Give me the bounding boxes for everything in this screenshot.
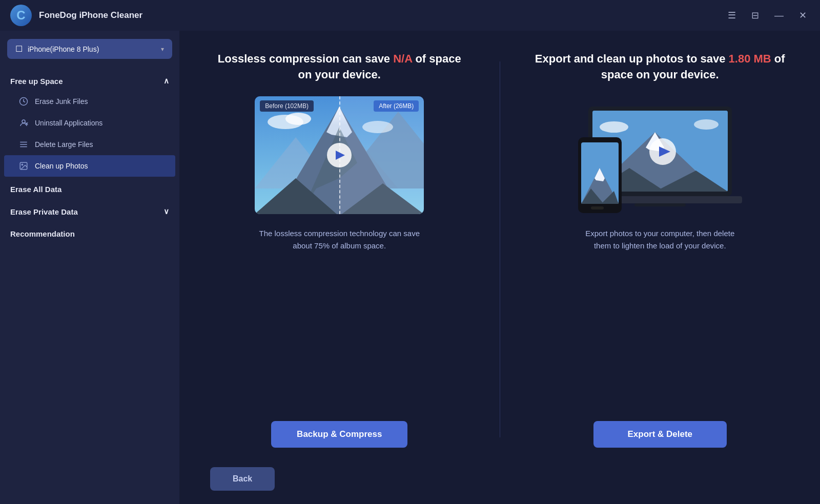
section-erase-all-data[interactable]: Erase All Data (0, 177, 179, 199)
chevron-up-icon: ∧ (163, 76, 169, 86)
phone-icon: ☐ (15, 44, 23, 54)
compress-card-heading: Lossless compression can save N/A of spa… (210, 51, 469, 83)
menu-button[interactable]: ☰ (725, 9, 739, 22)
content-inner: Lossless compression can save N/A of spa… (179, 31, 820, 458)
section-label-recommendation: Recommendation (10, 229, 75, 238)
section-free-up-space: Free up Space ∧ Erase Junk Files Uninsta… (0, 69, 179, 177)
app-logo: C (10, 5, 32, 26)
sidebar: ☐ iPhone(iPhone 8 Plus) ▾ Free up Space … (0, 31, 179, 504)
image-icon (18, 161, 29, 171)
window-controls: ☰ ⊟ — ✕ (725, 9, 810, 22)
sidebar-item-uninstall-apps[interactable]: Uninstall Applications (4, 112, 175, 134)
svg-rect-32 (634, 203, 686, 206)
svg-point-29 (600, 121, 628, 133)
device-selector[interactable]: ☐ iPhone(iPhone 8 Plus) ▾ (7, 39, 172, 59)
svg-rect-39 (591, 206, 604, 209)
backup-compress-button[interactable]: Backup & Compress (271, 421, 407, 448)
compress-preview: Before (102MB) After (26MB) (255, 96, 424, 214)
main-layout: ☐ iPhone(iPhone 8 Plus) ▾ Free up Space … (0, 31, 820, 504)
svg-point-1 (22, 120, 25, 123)
sidebar-item-label-clean-photos: Clean up Photos (35, 162, 88, 170)
bottom-bar: Back (179, 458, 820, 504)
device-image-container (563, 96, 757, 214)
section-header-free-up-space[interactable]: Free up Space ∧ (0, 69, 179, 91)
export-delete-button[interactable]: Export & Delete (593, 421, 727, 448)
svg-point-30 (694, 119, 719, 130)
sidebar-item-label-uninstall-apps: Uninstall Applications (35, 119, 102, 127)
chevron-down-icon: ▾ (161, 46, 164, 53)
app-title: FoneDog iPhone Cleaner (39, 10, 725, 20)
section-label-erase-all-data: Erase All Data (10, 185, 61, 194)
section-label-erase-private-data: Erase Private Data (10, 207, 78, 216)
play-button-left[interactable] (327, 143, 352, 167)
chat-button[interactable]: ⊟ (748, 9, 762, 22)
after-label: After (26MB) (374, 100, 419, 112)
user-x-icon (18, 118, 29, 128)
titlebar: C FoneDog iPhone Cleaner ☰ ⊟ — ✕ (0, 0, 820, 31)
compress-card: Lossless compression can save N/A of spa… (210, 51, 469, 448)
sidebar-item-erase-junk[interactable]: Erase Junk Files (4, 91, 175, 112)
sidebar-item-clean-photos[interactable]: Clean up Photos (4, 155, 175, 177)
sidebar-item-label-delete-large: Delete Large Files (35, 140, 93, 149)
sidebar-item-label-erase-junk: Erase Junk Files (35, 97, 88, 106)
compress-heading-prefix: Lossless compression can save (218, 52, 393, 65)
compress-heading-highlight: N/A (393, 52, 412, 65)
before-label: Before (102MB) (260, 100, 314, 112)
section-recommendation[interactable]: Recommendation (0, 221, 179, 243)
export-card-desc: Export photos to your computer, then del… (578, 227, 742, 252)
svg-point-19 (285, 113, 311, 125)
chevron-down-icon-private: ∨ (163, 207, 169, 216)
section-erase-private-data[interactable]: Erase Private Data ∨ (0, 199, 179, 221)
section-label-free-up-space: Free up Space (10, 77, 63, 86)
svg-point-8 (22, 164, 23, 165)
sidebar-item-delete-large[interactable]: Delete Large Files (4, 134, 175, 155)
close-button[interactable]: ✕ (796, 9, 810, 22)
export-heading-highlight: 1.80 MB (729, 52, 771, 65)
export-card: Export and clean up photos to save 1.80 … (531, 51, 790, 448)
export-card-heading: Export and clean up photos to save 1.80 … (531, 51, 790, 83)
export-heading-prefix: Export and clean up photos to save (535, 52, 729, 65)
card-divider (500, 61, 500, 437)
device-name: iPhone(iPhone 8 Plus) (28, 45, 161, 53)
content-area: Lossless compression can save N/A of spa… (179, 31, 820, 504)
minimize-button[interactable]: — (771, 9, 787, 22)
list-icon (18, 139, 29, 150)
back-button[interactable]: Back (210, 467, 275, 491)
clock-icon (18, 96, 29, 107)
compress-card-desc: The lossless compression technology can … (257, 227, 421, 252)
svg-rect-21 (339, 96, 424, 214)
